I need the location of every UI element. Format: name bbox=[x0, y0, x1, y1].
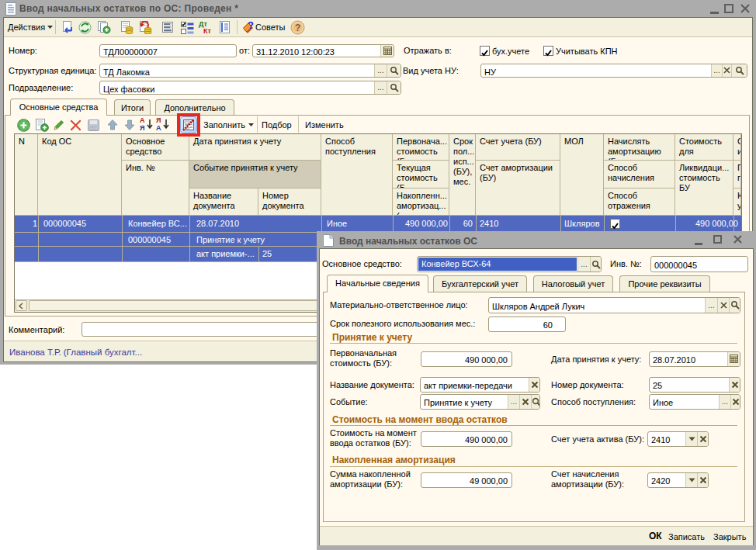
svg-text:?: ? bbox=[295, 22, 300, 33]
svg-text:ЕОК: ЕОК bbox=[91, 126, 99, 130]
svg-text:?: ? bbox=[248, 20, 254, 31]
